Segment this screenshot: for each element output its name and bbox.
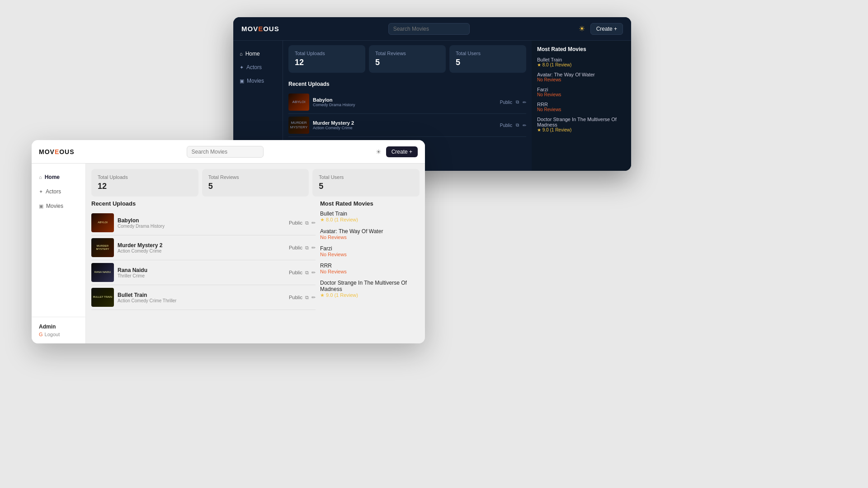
light-search-input[interactable] <box>187 146 264 158</box>
light-bullet-visibility: Public <box>289 295 302 300</box>
dark-right-panel: Most Rated Movies Bullet Train ★ 8.0 (1 … <box>532 41 631 171</box>
light-nav-movies-label: Movies <box>46 203 63 209</box>
dark-nav-actors[interactable]: ✦ Actors <box>233 61 283 74</box>
home-icon: ⌂ <box>240 51 243 56</box>
dark-rated-bullet: Bullet Train ★ 8.0 (1 Review) <box>537 57 626 67</box>
dark-murder-visibility: Public <box>500 123 512 128</box>
light-rated-farzi: Farzi No Reviews <box>320 245 420 257</box>
light-nav-home-label: Home <box>45 174 60 180</box>
dark-top-bar: MOVEOUS ☀ Create + <box>233 17 631 41</box>
light-logout-button[interactable]: G Logout <box>39 332 79 337</box>
light-stat-reviews: Total Reviews 5 <box>202 169 309 197</box>
dark-babylon-actions: Public ⧉ ✏ <box>500 99 526 105</box>
light-murder-genres: Action Comedy Crime <box>118 249 285 253</box>
dark-uploads-section: Recent Uploads ABYLOI Babylon Comedy Dra… <box>283 77 532 141</box>
dark-uploads-label: Total Uploads <box>295 51 359 56</box>
light-rana-edit-icon[interactable]: ✏ <box>311 270 316 276</box>
dark-nav-home[interactable]: ⌂ Home <box>233 47 283 61</box>
light-murder-info: Murder Mystery 2 Action Comedy Crime <box>118 242 285 253</box>
light-sidebar: ⌂ Home ✦ Actors ▣ Movies Admin G Logout <box>32 164 86 343</box>
light-babylon-visibility: Public <box>289 220 302 225</box>
light-sun-icon[interactable]: ☀ <box>376 148 382 155</box>
light-babylon-info: Babylon Comedy Drama History <box>118 217 285 229</box>
light-rana-genres: Thriller Crime <box>118 273 285 278</box>
light-create-button[interactable]: Create + <box>386 146 418 157</box>
dark-top-right: ☀ Create + <box>579 23 623 35</box>
dark-uploads-value: 12 <box>295 58 359 67</box>
light-rana-copy-icon[interactable]: ⧉ <box>305 270 309 276</box>
light-users-value: 5 <box>319 182 413 191</box>
dark-rated-farzi: Farzi No Reviews <box>537 87 626 97</box>
light-babylon-thumb: ABYLOI <box>91 213 114 232</box>
light-murder-edit-icon[interactable]: ✏ <box>311 245 316 251</box>
dark-babylon-thumb: ABYLOI <box>288 94 309 111</box>
light-bullet-genres: Action Comedy Crime Thriller <box>118 298 285 303</box>
dark-rated-drstrange: Doctor Strange In The Multiverse Of Madn… <box>537 117 626 132</box>
dark-nav-actors-label: Actors <box>246 64 262 70</box>
light-logout-label: Logout <box>45 332 60 337</box>
light-murder-copy-icon[interactable]: ⧉ <box>305 245 309 251</box>
light-stats-row: Total Uploads 12 Total Reviews 5 Total U… <box>86 164 425 200</box>
light-nav-movies[interactable]: ▣ Movies <box>32 199 85 213</box>
light-admin-name: Admin <box>39 324 79 330</box>
light-card: MOVEOUS ☀ Create + ⌂ Home ✦ Actors ▣ Mov… <box>32 140 425 343</box>
dark-murder-genres: Action Comedy Crime <box>313 126 496 130</box>
light-rana-actions: Public ⧉ ✏ <box>289 270 316 276</box>
dark-stats-row: Total Uploads 12 Total Reviews 5 Total U… <box>283 41 532 77</box>
light-bullet-copy-icon[interactable]: ⧉ <box>305 295 309 300</box>
dark-murder-thumb: MURDER MYSTERY <box>288 117 309 134</box>
dark-babylon-edit-icon[interactable]: ✏ <box>523 100 526 105</box>
light-top-right: ☀ Create + <box>376 146 418 157</box>
dark-babylon-info: Babylon Comedy Drama History <box>313 97 496 107</box>
dark-upload-item-murder: MURDER MYSTERY Murder Mystery 2 Action C… <box>288 114 526 137</box>
light-babylon-copy-icon[interactable]: ⧉ <box>305 220 309 226</box>
light-rated-rrr: RRR No Reviews <box>320 263 420 274</box>
light-upload-babylon: ABYLOI Babylon Comedy Drama History Publ… <box>91 211 316 235</box>
light-uploads-value: 12 <box>98 182 192 191</box>
dark-rated-title: Most Rated Movies <box>537 46 626 52</box>
light-babylon-title: Babylon <box>118 217 285 224</box>
dark-babylon-title: Babylon <box>313 97 496 103</box>
light-murder-actions: Public ⧉ ✏ <box>289 245 316 251</box>
light-rated-bullet: Bullet Train ★ 8.0 (1 Review) <box>320 211 420 223</box>
dark-murder-title: Murder Mystery 2 <box>313 120 496 126</box>
light-upload-bullet: BULLET TRAIN Bullet Train Action Comedy … <box>91 285 316 310</box>
light-content: Recent Uploads ABYLOI Babylon Comedy Dra… <box>86 200 425 343</box>
light-logout-icon: G <box>39 332 43 337</box>
light-nav-actors-label: Actors <box>46 188 61 195</box>
light-rana-title: Rana Naidu <box>118 267 285 273</box>
dark-users-value: 5 <box>456 58 520 67</box>
dark-search-input[interactable] <box>388 23 470 35</box>
dark-murder-edit-icon[interactable]: ✏ <box>523 123 526 128</box>
light-rated-section: Most Rated Movies Bullet Train ★ 8.0 (1 … <box>320 200 420 338</box>
dark-reviews-value: 5 <box>375 58 439 67</box>
dark-rated-rrr: RRR No Reviews <box>537 102 626 112</box>
light-nav-home[interactable]: ⌂ Home <box>32 170 85 184</box>
light-rated-drstrange: Doctor Strange In The Multiverse Of Madn… <box>320 280 420 298</box>
light-upload-murder: MURDER MYSTERY Murder Mystery 2 Action C… <box>91 235 316 260</box>
dark-sun-icon[interactable]: ☀ <box>579 24 585 33</box>
actors-icon: ✦ <box>240 65 244 70</box>
dark-users-label: Total Users <box>456 51 520 56</box>
light-bullet-info: Bullet Train Action Comedy Crime Thrille… <box>118 292 285 303</box>
dark-nav-movies[interactable]: ▣ Movies <box>233 74 283 88</box>
dark-stat-uploads: Total Uploads 12 <box>288 45 365 73</box>
light-bullet-title: Bullet Train <box>118 292 285 298</box>
dark-murder-copy-icon[interactable]: ⧉ <box>516 122 519 128</box>
dark-uploads-title: Recent Uploads <box>288 81 526 87</box>
dark-babylon-genres: Comedy Drama History <box>313 103 496 107</box>
light-stat-users: Total Users 5 <box>312 169 420 197</box>
dark-stat-reviews: Total Reviews 5 <box>369 45 446 73</box>
dark-babylon-copy-icon[interactable]: ⧉ <box>516 99 519 105</box>
light-murder-title: Murder Mystery 2 <box>118 242 285 249</box>
light-movies-icon: ▣ <box>39 203 43 209</box>
dark-create-button[interactable]: Create + <box>590 23 623 35</box>
light-uploads-label: Total Uploads <box>98 174 192 180</box>
light-murder-visibility: Public <box>289 245 302 250</box>
light-nav-actors[interactable]: ✦ Actors <box>32 184 85 199</box>
light-rana-info: Rana Naidu Thriller Crime <box>118 267 285 278</box>
dark-nav-movies-label: Movies <box>247 78 264 84</box>
dark-logo: MOVEOUS <box>241 25 279 33</box>
light-bullet-edit-icon[interactable]: ✏ <box>311 295 316 300</box>
light-babylon-edit-icon[interactable]: ✏ <box>311 220 316 226</box>
